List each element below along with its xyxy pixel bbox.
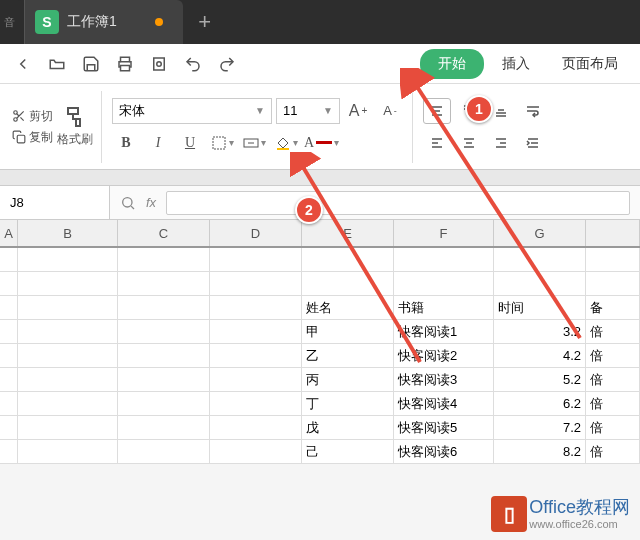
- svg-rect-13: [277, 148, 289, 150]
- menu-start[interactable]: 开始: [420, 49, 484, 79]
- chevron-down-icon: ▼: [323, 105, 333, 116]
- merge-cells-button[interactable]: ▾: [240, 130, 268, 156]
- watermark-url: www.office26.com: [529, 518, 630, 530]
- svg-rect-9: [17, 135, 25, 143]
- formula-bar: J8 fx: [0, 186, 640, 220]
- svg-line-7: [20, 117, 23, 120]
- svg-rect-14: [316, 141, 332, 144]
- align-left-button[interactable]: [423, 130, 451, 156]
- svg-rect-0: [121, 57, 130, 62]
- table-row: [0, 272, 640, 296]
- col-header-b[interactable]: B: [18, 220, 118, 246]
- col-header-e[interactable]: E: [302, 220, 394, 246]
- open-button[interactable]: [42, 49, 72, 79]
- redo-button[interactable]: [212, 49, 242, 79]
- title-bar: 音 S 工作簿1 +: [0, 0, 640, 44]
- align-center-button[interactable]: [455, 130, 483, 156]
- increase-font-button[interactable]: A+: [344, 98, 372, 124]
- cut-label: 剪切: [29, 108, 53, 125]
- col-header-h[interactable]: [586, 220, 640, 246]
- align-bottom-button[interactable]: [487, 98, 515, 124]
- copy-button[interactable]: 复制: [12, 129, 53, 146]
- workbook-tab[interactable]: S 工作簿1: [24, 0, 183, 44]
- watermark-title: Office教程网: [529, 498, 630, 518]
- back-button[interactable]: [8, 49, 38, 79]
- workbook-title: 工作簿1: [67, 13, 117, 31]
- fx-label[interactable]: fx: [146, 195, 156, 210]
- table-row: [0, 248, 640, 272]
- table-row: 甲快客阅读13.2倍: [0, 320, 640, 344]
- col-header-f[interactable]: F: [394, 220, 494, 246]
- save-button[interactable]: [76, 49, 106, 79]
- font-color-button[interactable]: A▾: [304, 130, 339, 156]
- spreadsheet: A B C D E F G 姓名 书籍 时间 备 甲快客阅读13.2倍 乙快客阅…: [0, 220, 640, 464]
- cell-time-header[interactable]: 时间: [494, 296, 586, 320]
- cell-extra-header[interactable]: 备: [586, 296, 640, 320]
- svg-line-38: [131, 206, 134, 209]
- format-painter-label: 格式刷: [57, 131, 93, 148]
- table-row: 丙快客阅读35.2倍: [0, 368, 640, 392]
- format-painter-button[interactable]: 格式刷: [57, 105, 93, 148]
- svg-point-3: [157, 61, 162, 66]
- col-header-c[interactable]: C: [118, 220, 210, 246]
- menu-page-layout[interactable]: 页面布局: [548, 49, 632, 79]
- grid-body[interactable]: 姓名 书籍 时间 备 甲快客阅读13.2倍 乙快客阅读24.2倍 丙快客阅读35…: [0, 248, 640, 464]
- svg-rect-1: [121, 65, 130, 70]
- decrease-font-button[interactable]: A-: [376, 98, 404, 124]
- svg-rect-10: [213, 137, 225, 149]
- print-preview-button[interactable]: [144, 49, 174, 79]
- col-header-g[interactable]: G: [494, 220, 586, 246]
- table-row: 戊快客阅读57.2倍: [0, 416, 640, 440]
- bold-button[interactable]: B: [112, 130, 140, 156]
- table-row: 己快客阅读68.2倍: [0, 440, 640, 464]
- wrap-text-button[interactable]: [519, 98, 547, 124]
- svg-line-8: [17, 114, 19, 116]
- fill-color-button[interactable]: ▾: [272, 130, 300, 156]
- cut-button[interactable]: 剪切: [12, 108, 53, 125]
- border-button[interactable]: ▾: [208, 130, 236, 156]
- font-group: 宋体 ▼ 11 ▼ A+ A- B I U ▾ ▾ ▾ A▾: [104, 91, 413, 163]
- col-header-d[interactable]: D: [210, 220, 302, 246]
- svg-point-37: [123, 197, 132, 206]
- font-size-select[interactable]: 11 ▼: [276, 98, 340, 124]
- svg-point-4: [14, 111, 18, 115]
- align-right-button[interactable]: [487, 130, 515, 156]
- copy-label: 复制: [29, 129, 53, 146]
- menu-insert[interactable]: 插入: [488, 49, 544, 79]
- font-size-value: 11: [283, 103, 297, 118]
- tab-left-edge: 音: [0, 0, 24, 44]
- watermark: ▯ Office教程网 www.office26.com: [491, 496, 630, 532]
- svg-rect-2: [154, 58, 165, 70]
- undo-button[interactable]: [178, 49, 208, 79]
- font-name-select[interactable]: 宋体 ▼: [112, 98, 272, 124]
- font-name-value: 宋体: [119, 102, 145, 120]
- new-tab-button[interactable]: +: [183, 0, 227, 44]
- col-header-a[interactable]: A: [0, 220, 18, 246]
- align-middle-button[interactable]: [423, 98, 451, 124]
- svg-point-5: [14, 118, 18, 122]
- underline-button[interactable]: U: [176, 130, 204, 156]
- clipboard-group: 剪切 复制 格式刷: [4, 91, 102, 163]
- indent-button[interactable]: [519, 130, 547, 156]
- print-button[interactable]: [110, 49, 140, 79]
- table-row: 丁快客阅读46.2倍: [0, 392, 640, 416]
- table-row: 姓名 书籍 时间 备: [0, 296, 640, 320]
- spreadsheet-icon: S: [35, 10, 59, 34]
- column-headers: A B C D E F G: [0, 220, 640, 248]
- unsaved-dot-icon: [155, 18, 163, 26]
- table-row: 乙快客阅读24.2倍: [0, 344, 640, 368]
- search-icon[interactable]: [120, 195, 136, 211]
- office-logo-icon: ▯: [491, 496, 527, 532]
- italic-button[interactable]: I: [144, 130, 172, 156]
- name-box[interactable]: J8: [0, 186, 110, 219]
- alignment-group: [415, 91, 555, 163]
- align-top-button[interactable]: [455, 98, 483, 124]
- chevron-down-icon: ▼: [255, 105, 265, 116]
- cell-name-header[interactable]: 姓名: [302, 296, 394, 320]
- quick-access-toolbar: 开始 插入 页面布局: [0, 44, 640, 84]
- formula-input[interactable]: [166, 191, 630, 215]
- ribbon: 剪切 复制 格式刷 宋体 ▼ 11 ▼ A+: [0, 84, 640, 170]
- cell-book-header[interactable]: 书籍: [394, 296, 494, 320]
